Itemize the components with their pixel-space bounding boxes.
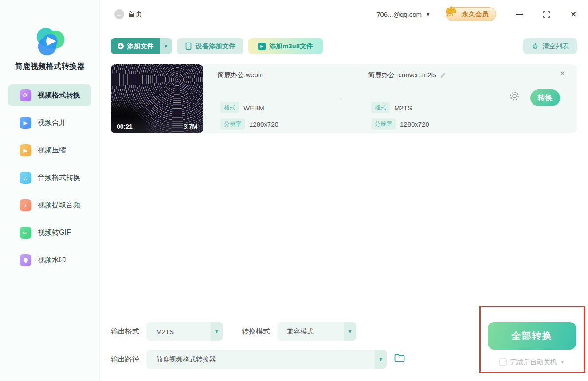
broom-icon — [531, 42, 539, 50]
format-badge: 格式 — [371, 102, 390, 113]
add-file-button[interactable]: 添加文件 — [111, 38, 160, 54]
browse-folder-button[interactable] — [394, 353, 405, 363]
app-logo-icon — [0, 25, 100, 59]
sidebar-item-audio-convert[interactable]: ♫ 音频格式转换 — [8, 167, 91, 189]
add-m3u8-label: 添加m3u8文件 — [269, 42, 313, 51]
source-format-value: WEBM — [243, 104, 264, 112]
device-add-label: 设备添加文件 — [196, 42, 235, 51]
caret-down-icon: ▼ — [211, 322, 223, 341]
app-title: 简鹿视频格式转换器 — [0, 61, 100, 71]
target-filename-row: 简鹿办公_convert.m2ts — [368, 71, 447, 79]
target-filename: 简鹿办公_convert.m2ts — [368, 71, 436, 79]
svg-text:VIP: VIP — [448, 14, 452, 16]
convert-button[interactable]: 转换 — [530, 89, 560, 106]
video-file-icon: ▶ — [258, 43, 266, 50]
maximize-button[interactable] — [543, 11, 550, 18]
device-icon — [185, 42, 192, 50]
output-format-value: M2TS — [146, 328, 211, 335]
sidebar-item-label: 视频压缩 — [38, 146, 66, 155]
water-drop-icon — [22, 257, 28, 263]
target-format-value: M2TS — [394, 104, 412, 112]
sidebar-item-label: 视频提取音频 — [38, 201, 80, 210]
close-button[interactable]: × — [570, 9, 576, 19]
format-badge: 格式 — [220, 102, 239, 113]
add-file-button-group: 添加文件 ▼ — [111, 38, 172, 54]
output-path-label: 输出路径 — [111, 355, 139, 364]
video-compress-icon: ▶ — [20, 144, 31, 156]
audio-convert-icon: ♫ — [20, 172, 31, 184]
auto-shutdown-checkbox[interactable] — [499, 358, 507, 366]
source-format-row: 格式 WEBM — [220, 102, 264, 113]
home-label: 首页 — [128, 10, 142, 19]
sidebar-item-video-compress[interactable]: ▶ 视频压缩 — [8, 139, 91, 161]
video-merge-icon: ▶ — [20, 117, 31, 129]
convert-mode-select[interactable]: 兼容模式 ▼ — [277, 322, 356, 341]
back-arrow-icon: ← — [117, 11, 122, 18]
sidebar-item-label: 视频转GIF — [38, 228, 71, 237]
vip-badge[interactable]: VIP 永久会员 — [446, 7, 496, 21]
minimize-icon — [516, 14, 523, 15]
sidebar-item-video-to-gif[interactable]: GIF 视频转GIF — [8, 222, 91, 244]
sidebar-item-watermark[interactable]: 视频水印 — [8, 249, 91, 271]
vip-label: 永久会员 — [462, 10, 489, 19]
file-list-item: 00:21 3.7M 简鹿办公.webm 格式 WEBM 分辨率 1280x72… — [111, 64, 577, 133]
gear-icon — [509, 91, 520, 101]
target-format-row: 格式 M2TS — [371, 102, 412, 113]
video-to-gif-icon: GIF — [20, 227, 31, 239]
crown-icon: VIP — [443, 3, 459, 20]
maximize-icon — [543, 11, 550, 18]
video-duration: 00:21 — [117, 123, 133, 130]
output-path-value: 简鹿视频格式转换器 — [146, 355, 375, 364]
minimize-button[interactable] — [516, 14, 523, 15]
remove-file-button[interactable]: × — [560, 68, 565, 79]
app-window: 简鹿视频格式转换器 ⟳ 视频格式转换 ▶ 视频合并 ▶ 视频压缩 ♫ 音频格式转… — [0, 0, 588, 381]
sidebar-item-extract-audio[interactable]: ♪ 视频提取音频 — [8, 194, 91, 216]
convert-all-button[interactable]: 全部转换 — [488, 322, 576, 350]
add-m3u8-button[interactable]: ▶ 添加m3u8文件 — [248, 38, 323, 54]
output-format-select[interactable]: M2TS ▼ — [146, 322, 223, 341]
auto-shutdown-row: 完成后自动关机 ▼ — [488, 358, 576, 366]
video-thumbnail[interactable]: 00:21 3.7M — [111, 64, 203, 133]
device-add-file-button[interactable]: 设备添加文件 — [177, 38, 243, 54]
sidebar-item-video-merge[interactable]: ▶ 视频合并 — [8, 112, 91, 134]
target-resolution-row: 分辨率 1280x720 — [371, 118, 429, 130]
back-button[interactable]: ← — [114, 9, 124, 19]
caret-down-icon: ▼ — [164, 44, 168, 49]
sidebar-menu: ⟳ 视频格式转换 ▶ 视频合并 ▶ 视频压缩 ♫ 音频格式转换 ♪ 视频提取音频… — [8, 84, 91, 271]
pencil-icon — [440, 72, 447, 78]
window-controls: × — [516, 9, 576, 19]
add-file-label: 添加文件 — [127, 42, 154, 51]
convert-mode-value: 兼容模式 — [277, 327, 344, 336]
watermark-icon — [20, 254, 31, 266]
source-filename: 简鹿办公.webm — [217, 71, 263, 79]
source-resolution-row: 分辨率 1280x720 — [220, 118, 278, 130]
item-settings-button[interactable] — [509, 91, 520, 103]
video-convert-icon: ⟳ — [20, 89, 31, 101]
convert-direction-arrow-icon: → — [335, 93, 344, 103]
caret-down-icon: ▼ — [344, 322, 356, 341]
sidebar-item-video-convert[interactable]: ⟳ 视频格式转换 — [8, 84, 91, 106]
caret-down-icon: ▼ — [375, 350, 387, 369]
close-icon: × — [570, 9, 576, 19]
sidebar-item-label: 视频水印 — [38, 256, 66, 265]
output-format-label: 输出格式 — [111, 327, 139, 336]
topbar-right: 706...@qq.com ▼ VIP 永久会员 — [376, 7, 576, 21]
folder-icon — [394, 353, 405, 363]
sidebar-item-label: 音频格式转换 — [38, 173, 80, 183]
sidebar-item-label: 视频合并 — [38, 118, 66, 128]
plus-circle-icon — [117, 43, 124, 50]
account-email[interactable]: 706...@qq.com — [376, 11, 422, 18]
sidebar-item-label: 视频格式转换 — [38, 91, 80, 100]
output-path-select[interactable]: 简鹿视频格式转换器 ▼ — [146, 350, 387, 369]
add-file-dropdown-button[interactable]: ▼ — [160, 38, 172, 54]
account-caret-icon[interactable]: ▼ — [426, 12, 431, 17]
sidebar: 简鹿视频格式转换器 ⟳ 视频格式转换 ▶ 视频合并 ▶ 视频压缩 ♫ 音频格式转… — [0, 0, 100, 381]
resolution-badge: 分辨率 — [371, 118, 396, 130]
toolbar: 添加文件 ▼ 设备添加文件 ▶ 添加m3u8文件 — [111, 38, 577, 54]
edit-filename-button[interactable] — [440, 72, 447, 78]
clear-list-button[interactable]: 清空列表 — [523, 38, 577, 54]
target-resolution-value: 1280x720 — [400, 121, 429, 128]
topbar: ← 首页 706...@qq.com ▼ VIP 永久会员 — [100, 0, 588, 28]
caret-down-icon[interactable]: ▼ — [561, 360, 565, 365]
extract-audio-icon: ♪ — [20, 199, 31, 211]
